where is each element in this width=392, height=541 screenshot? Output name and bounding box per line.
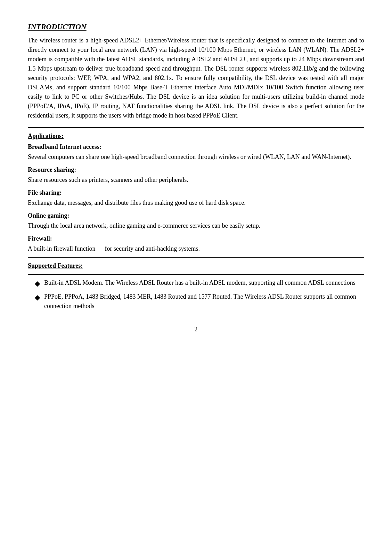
applications-heading: Applications: — [28, 131, 364, 141]
bullet-icon-1: ◆ — [35, 278, 40, 289]
page-number: 2 — [28, 325, 364, 334]
broadband-text: Several computers can share one high-spe… — [28, 152, 364, 162]
firewall-text: A built-in firewall function — for secur… — [28, 244, 364, 253]
features-list: ◆ Built-in ADSL Modem. The Wireless ADSL… — [28, 278, 364, 311]
resource-heading: Resource sharing: — [28, 165, 364, 175]
page-title: INTRODUCTION — [28, 21, 364, 32]
bullet-icon-2: ◆ — [35, 292, 40, 302]
gaming-heading: Online gaming: — [28, 211, 364, 220]
list-item: ◆ PPPoE, PPPoA, 1483 Bridged, 1483 MER, … — [35, 292, 364, 311]
file-sharing-heading: File sharing: — [28, 188, 364, 197]
divider-2 — [28, 257, 364, 258]
list-item: ◆ Built-in ADSL Modem. The Wireless ADSL… — [35, 278, 364, 289]
gaming-text: Through the local area network, online g… — [28, 221, 364, 231]
feature-1-text: Built-in ADSL Modem. The Wireless ADSL R… — [44, 278, 356, 288]
intro-paragraph: The wireless router is a high-speed ADSL… — [28, 36, 364, 120]
broadband-heading: Broadband Internet access: — [28, 142, 364, 152]
divider-3 — [28, 274, 364, 275]
divider-1 — [28, 127, 364, 128]
file-sharing-text: Exchange data, messages, and distribute … — [28, 198, 364, 208]
resource-text: Share resources such as printers, scanne… — [28, 175, 364, 185]
feature-2-text: PPPoE, PPPoA, 1483 Bridged, 1483 MER, 14… — [44, 292, 364, 311]
firewall-heading: Firewall: — [28, 234, 364, 243]
supported-features-heading: Supported Features: — [28, 261, 364, 270]
